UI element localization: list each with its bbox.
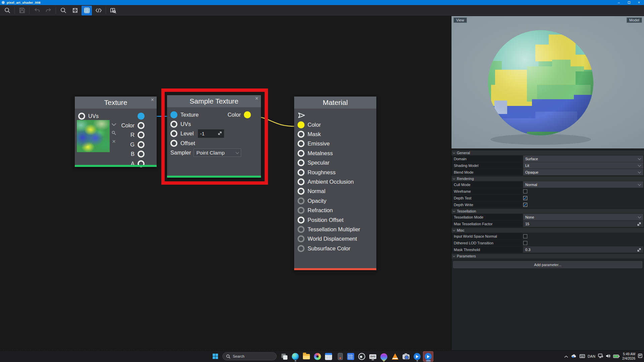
zoom-icon[interactable]	[58, 6, 68, 15]
depth-write-checkbox[interactable]: ✓	[523, 203, 527, 207]
code-view-icon[interactable]	[93, 6, 104, 15]
material-preview[interactable]: View Model	[451, 16, 644, 149]
port-color[interactable]	[244, 111, 251, 118]
minimize-button[interactable]: –	[614, 0, 624, 5]
port-r[interactable]	[138, 131, 145, 138]
node-sample-texture[interactable]: Sample Texture × TextureUVsLevel-1Offset…	[167, 95, 261, 178]
add-parameter-button[interactable]: Add parameter...	[453, 261, 642, 268]
port-roughness[interactable]	[298, 169, 305, 176]
port-uvs[interactable]	[170, 121, 177, 128]
domain-dropdown[interactable]: Surface	[523, 156, 643, 162]
start-button[interactable]	[211, 352, 220, 361]
notification-center-icon[interactable]	[638, 353, 642, 359]
port-ambient-occlusion[interactable]	[298, 178, 305, 185]
node-material-header[interactable]: Material	[294, 97, 376, 109]
port-g[interactable]	[138, 141, 145, 148]
port-opacity[interactable]	[298, 197, 305, 204]
section-header-general[interactable]: General	[451, 150, 644, 155]
search-icon[interactable]	[2, 6, 12, 15]
port-world-displacement[interactable]	[298, 235, 305, 242]
port-refraction[interactable]	[298, 207, 305, 214]
close-button[interactable]: ×	[634, 0, 644, 5]
node-material[interactable]: Material ColorMaskEmissiveMetalnessSpecu…	[294, 97, 376, 270]
drag-resize-icon[interactable]	[637, 222, 641, 227]
section-header-misc[interactable]: Misc	[451, 228, 644, 233]
level-value-field[interactable]: -1	[198, 129, 224, 138]
taskbar-shader-editor[interactable]	[423, 351, 433, 362]
node-sample-texture-close-icon[interactable]: ×	[255, 96, 258, 101]
wireframe-checkbox[interactable]	[523, 189, 527, 193]
tray-chevron-up-icon[interactable]	[564, 353, 568, 359]
volume-icon[interactable]	[606, 353, 610, 359]
port-level[interactable]	[170, 130, 177, 137]
input-world-space-normal-checkbox[interactable]	[523, 234, 527, 238]
port-emissive[interactable]	[298, 140, 305, 147]
taskbar-screenshot[interactable]	[401, 351, 411, 362]
port-metalness[interactable]	[298, 150, 305, 157]
taskbar-svg-viewer[interactable]: SVG	[368, 351, 378, 362]
section-header-parameters[interactable]: Parameters	[451, 253, 644, 258]
port-offset[interactable]	[170, 140, 177, 147]
thumbnail-clear-icon[interactable]: ✕	[112, 139, 116, 143]
depth-test-checkbox[interactable]: ✓	[523, 196, 527, 200]
language-indicator[interactable]: DAN	[588, 354, 595, 358]
port-position-offset[interactable]	[298, 217, 305, 224]
port-tessellation-multiplier[interactable]	[298, 226, 305, 233]
taskbar-calendar[interactable]	[323, 351, 334, 362]
max-tessellation-factor-number-field[interactable]: 15	[523, 221, 643, 227]
battery-icon[interactable]	[613, 353, 620, 359]
taskbar-vlc[interactable]	[390, 351, 400, 362]
dithered-lod-transition-checkbox[interactable]	[523, 241, 527, 245]
taskbar-file-explorer[interactable]	[301, 351, 312, 362]
section-header-rendering[interactable]: Rendering	[451, 176, 644, 181]
network-icon[interactable]	[598, 353, 603, 359]
maximize-button[interactable]	[624, 0, 634, 5]
touch-keyboard-icon[interactable]	[580, 353, 585, 359]
port-subsurface-color[interactable]	[298, 245, 305, 252]
node-texture-close-icon[interactable]: ×	[151, 97, 154, 103]
save-icon[interactable]	[17, 6, 27, 15]
model-button[interactable]: Model	[627, 17, 642, 23]
shading-model-dropdown[interactable]: Lit	[523, 162, 643, 169]
port-mask[interactable]	[298, 131, 305, 138]
node-sample-texture-header[interactable]: Sample Texture ×	[167, 95, 261, 107]
port-color[interactable]	[138, 122, 145, 129]
taskbar-paint-3d[interactable]	[379, 351, 389, 362]
taskbar-blue-app[interactable]	[412, 351, 422, 362]
onedrive-icon[interactable]	[571, 353, 577, 359]
grid-snap-icon[interactable]	[82, 6, 92, 15]
port-normal[interactable]	[298, 188, 305, 195]
node-texture-header[interactable]: Texture ×	[75, 97, 157, 109]
texture-thumbnail[interactable]	[77, 120, 110, 152]
taskbar-obs[interactable]	[357, 351, 367, 362]
taskbar-task-view[interactable]	[279, 351, 289, 362]
drag-resize-icon[interactable]	[637, 248, 641, 253]
thumbnail-collapse-icon[interactable]	[112, 121, 116, 127]
section-header-tessellation[interactable]: Tessellation	[451, 208, 644, 214]
fit-view-icon[interactable]	[70, 6, 80, 15]
node-texture[interactable]: Texture × UVs ColorRGBA ✕	[75, 97, 157, 167]
port-b[interactable]	[138, 150, 145, 158]
blend-mode-dropdown[interactable]: Opaque	[523, 169, 643, 175]
clock[interactable]: 5:49 AM 2/4/2026	[622, 352, 635, 361]
taskbar-device[interactable]	[334, 351, 345, 362]
search-input[interactable]: Search	[222, 352, 277, 360]
thumbnail-inspect-icon[interactable]	[112, 130, 116, 136]
taskbar-edge[interactable]	[290, 351, 301, 362]
undo-icon[interactable]	[32, 6, 42, 15]
port-specular[interactable]	[298, 159, 305, 166]
cull-mode-dropdown[interactable]: Normal	[523, 181, 643, 188]
documentation-icon[interactable]	[108, 6, 118, 15]
view-button[interactable]: View	[453, 17, 467, 23]
redo-icon[interactable]	[43, 6, 54, 15]
port-color[interactable]	[298, 121, 305, 128]
taskbar-paint[interactable]	[312, 351, 323, 362]
mask-threshold-number-field[interactable]: 0.3	[523, 246, 643, 253]
drag-resize-icon[interactable]	[218, 131, 222, 136]
taskbar-table-app[interactable]	[345, 351, 356, 362]
node-graph-canvas[interactable]: Texture × UVs ColorRGBA ✕ Sample Texture…	[0, 16, 451, 350]
material-properties: GeneralDomainSurfaceShading ModelLitBlen…	[451, 149, 644, 268]
tessellation-mode-dropdown[interactable]: None	[523, 214, 643, 220]
sampler-dropdown[interactable]: Point Clamp	[194, 148, 241, 157]
port-output[interactable]	[138, 113, 145, 120]
